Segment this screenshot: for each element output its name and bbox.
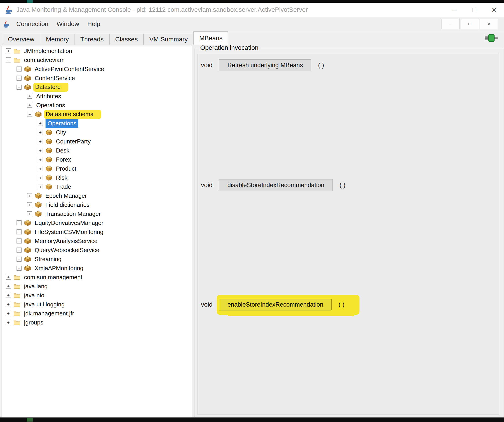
folder-icon xyxy=(14,311,20,316)
tree-row[interactable]: +City xyxy=(2,128,192,137)
mbean-icon xyxy=(24,66,31,72)
tree-row[interactable]: +Desk xyxy=(2,146,192,155)
tree-label: Forex xyxy=(54,156,72,164)
menu-connection[interactable]: Connection xyxy=(16,20,48,28)
tab-overview[interactable]: Overview xyxy=(2,34,40,45)
expand-icon[interactable]: + xyxy=(27,103,32,108)
expand-icon[interactable]: + xyxy=(17,239,22,243)
operation-button[interactable]: Refresh underlying MBeans xyxy=(219,59,311,71)
tree-row[interactable]: −Datastore xyxy=(2,82,192,92)
tree-row[interactable]: +Risk xyxy=(2,173,192,182)
tree-row[interactable]: +ContentService xyxy=(2,74,192,82)
tab-memory[interactable]: Memory xyxy=(40,34,75,45)
tree-row[interactable]: +QueryWebsocketService xyxy=(2,246,192,255)
expand-icon[interactable]: + xyxy=(38,166,43,171)
tree-row[interactable]: +jdk.management.jfr xyxy=(2,309,192,318)
menu-help[interactable]: Help xyxy=(87,20,100,28)
tree-row[interactable]: +Transaction Manager xyxy=(2,209,192,218)
expand-icon[interactable]: + xyxy=(17,266,22,271)
expand-icon[interactable]: + xyxy=(38,148,43,153)
tree-label: ActivePivotContentService xyxy=(33,65,105,73)
tree-row[interactable]: +Forex xyxy=(2,155,192,164)
expand-icon[interactable]: + xyxy=(6,284,11,289)
tab-classes[interactable]: Classes xyxy=(109,34,144,45)
tree-row[interactable]: +Streaming xyxy=(2,255,192,264)
expand-icon[interactable]: + xyxy=(38,184,43,189)
expand-icon[interactable]: + xyxy=(6,275,11,280)
operation-args: ( ) xyxy=(340,182,345,189)
menubar-close-button[interactable]: × xyxy=(480,19,498,29)
expand-icon[interactable]: + xyxy=(27,193,32,198)
tree-row[interactable]: +java.nio xyxy=(2,291,192,300)
menu-items: ConnectionWindowHelp xyxy=(10,20,100,28)
tree-row[interactable]: +Trade xyxy=(2,182,192,191)
expand-icon[interactable]: + xyxy=(17,76,22,81)
tree-row[interactable]: +XmlaAPMonitoring xyxy=(2,264,192,273)
collapse-icon[interactable]: − xyxy=(17,85,22,90)
collapse-icon[interactable]: − xyxy=(27,112,32,117)
expand-icon[interactable]: + xyxy=(6,302,11,307)
mbean-icon xyxy=(24,220,31,226)
tree-row[interactable]: −com.activeviam xyxy=(2,55,192,64)
tree-row[interactable]: +JMImplementation xyxy=(2,46,192,55)
expand-icon[interactable]: + xyxy=(17,257,22,262)
tree-row[interactable]: +Product xyxy=(2,164,192,173)
expand-icon[interactable]: + xyxy=(17,229,22,234)
minimize-button[interactable]: – xyxy=(444,3,464,17)
tree-row[interactable]: +Attributes xyxy=(2,92,192,101)
tree-row[interactable]: +EquityDerivativesManager xyxy=(2,218,192,227)
top-capture-artifact xyxy=(0,0,504,3)
expand-icon[interactable]: + xyxy=(38,157,43,162)
expand-icon[interactable]: + xyxy=(6,320,11,325)
menu-window[interactable]: Window xyxy=(57,20,79,28)
expand-icon[interactable]: + xyxy=(6,293,11,298)
tab-mbeans[interactable]: MBeans xyxy=(193,31,228,45)
expand-icon[interactable]: + xyxy=(17,66,22,71)
connection-status-plug-icon[interactable] xyxy=(485,33,498,44)
collapse-icon[interactable]: − xyxy=(6,58,11,62)
expand-icon[interactable]: + xyxy=(6,311,11,316)
expand-icon[interactable]: + xyxy=(17,247,22,252)
tree-label: ContentService xyxy=(33,74,76,82)
tree-row[interactable]: +CounterParty xyxy=(2,137,192,146)
close-button[interactable]: × xyxy=(484,3,504,17)
tree-row[interactable]: +Operations xyxy=(2,119,192,128)
tab-vm-summary[interactable]: VM Summary xyxy=(143,34,194,45)
return-type-label: void xyxy=(201,182,218,189)
expand-icon[interactable]: + xyxy=(38,130,43,135)
expand-icon[interactable]: + xyxy=(38,121,43,126)
tree-row[interactable]: +java.lang xyxy=(2,282,192,291)
expand-icon[interactable]: + xyxy=(27,202,32,207)
tree-row[interactable]: +com.sun.management xyxy=(2,273,192,282)
tree-row[interactable]: +jgroups xyxy=(2,318,192,327)
tree-row[interactable]: +Epoch Manager xyxy=(2,191,192,200)
java-logo-icon-small xyxy=(2,20,10,28)
expand-icon[interactable]: + xyxy=(6,48,11,53)
tree-label: Field dictionaries xyxy=(44,201,91,209)
expand-icon[interactable]: + xyxy=(27,94,32,99)
expand-icon[interactable]: + xyxy=(27,211,32,216)
tab-threads[interactable]: Threads xyxy=(75,34,110,45)
maximize-button[interactable]: □ xyxy=(464,3,484,17)
menubar-minimize-button[interactable]: – xyxy=(442,19,460,29)
menubar-window-buttons: –□× xyxy=(442,19,498,29)
tree-row[interactable]: +Operations xyxy=(2,101,192,110)
expand-icon[interactable]: + xyxy=(38,175,43,180)
mbean-icon xyxy=(46,156,52,163)
expand-icon[interactable]: + xyxy=(38,139,43,144)
tree-row[interactable]: −Datastore schema xyxy=(2,110,192,119)
tree-row[interactable]: +FileSystemCSVMonitoring xyxy=(2,227,192,236)
tree-row[interactable]: +ActivePivotContentService xyxy=(2,64,192,74)
menubar-restore-button[interactable]: □ xyxy=(461,19,479,29)
operation-button[interactable]: disableStoreIndexRecommendation xyxy=(219,179,333,191)
tree-label: City xyxy=(54,129,67,136)
tree-row[interactable]: +MemoryAnalysisService xyxy=(2,236,192,246)
tree-label: Datastore schema xyxy=(44,110,101,119)
tree-row[interactable]: +java.util.logging xyxy=(2,300,192,309)
tree-label: FileSystemCSVMonitoring xyxy=(33,228,105,236)
tree-row[interactable]: +Field dictionaries xyxy=(2,200,192,209)
operation-button[interactable]: enableStoreIndexRecommendation xyxy=(219,299,332,311)
mbeans-tree-panel[interactable]: +JMImplementation−com.activeviam+ActiveP… xyxy=(2,46,192,418)
tree-label: java.lang xyxy=(23,282,49,290)
expand-icon[interactable]: + xyxy=(17,220,22,225)
